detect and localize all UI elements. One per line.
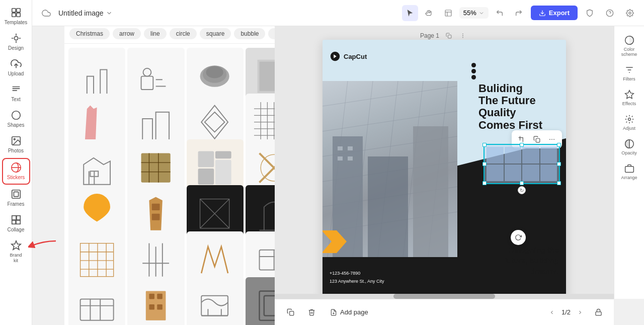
zoom-control[interactable]: 55% bbox=[459, 7, 489, 19]
sidebar-item-collage[interactable]: Collage bbox=[2, 211, 30, 236]
svg-marker-15 bbox=[11, 241, 20, 250]
sidebar: Templates Design Upload Text Shapes Phot… bbox=[0, 0, 32, 325]
settings-button[interactable] bbox=[622, 5, 638, 21]
svg-point-21 bbox=[143, 68, 151, 76]
capcut-logo: CapCut bbox=[330, 51, 367, 62]
handle-bl[interactable] bbox=[482, 181, 487, 185]
handle-tl[interactable] bbox=[482, 143, 487, 147]
capcut-text: CapCut bbox=[344, 53, 367, 60]
document-title[interactable]: Untitled image bbox=[58, 9, 113, 17]
handle-bm[interactable] bbox=[520, 181, 524, 185]
hand-icon bbox=[425, 9, 433, 17]
sidebar-item-brand[interactable]: Brandkit bbox=[2, 237, 30, 267]
svg-rect-1 bbox=[16, 9, 20, 12]
svg-rect-3 bbox=[16, 13, 20, 17]
handle-tm[interactable] bbox=[520, 143, 524, 147]
lock-button[interactable] bbox=[591, 305, 606, 320]
filter-tag-circle[interactable]: circle bbox=[170, 28, 197, 39]
handle-ml[interactable] bbox=[482, 162, 487, 166]
svg-rect-113 bbox=[338, 146, 343, 150]
prev-page-button[interactable] bbox=[545, 306, 558, 319]
svg-rect-116 bbox=[348, 156, 353, 160]
bottom-delete-button[interactable] bbox=[304, 305, 319, 320]
sidebar-item-upload[interactable]: Upload bbox=[2, 55, 30, 80]
svg-rect-50 bbox=[215, 160, 231, 185]
chevron-down-icon bbox=[478, 10, 485, 16]
svg-rect-19 bbox=[100, 69, 107, 95]
svg-rect-47 bbox=[198, 151, 214, 168]
svg-rect-72 bbox=[80, 299, 114, 320]
canvas-contact: +123-456-7890 123 Anywhere St., Any City bbox=[330, 270, 384, 285]
right-panel-effects[interactable]: Effects bbox=[616, 87, 643, 109]
sidebar-item-text[interactable]: Text bbox=[2, 81, 30, 106]
sidebar-item-design[interactable]: Design bbox=[2, 30, 30, 54]
scrollbar-thumb[interactable] bbox=[393, 294, 495, 299]
svg-rect-10 bbox=[14, 192, 18, 196]
sidebar-item-templates[interactable]: Templates bbox=[2, 4, 30, 29]
redo-button[interactable] bbox=[511, 5, 527, 21]
redo-icon bbox=[515, 9, 523, 17]
svg-rect-18 bbox=[87, 76, 94, 95]
handle-mr[interactable] bbox=[557, 162, 561, 166]
handle-tr[interactable] bbox=[557, 143, 561, 147]
shield-button[interactable] bbox=[582, 5, 598, 21]
topbar: Untitled image 55% bbox=[32, 0, 644, 26]
next-page-button[interactable] bbox=[574, 306, 587, 319]
sidebar-item-shapes[interactable]: Shapes bbox=[2, 107, 30, 131]
svg-rect-76 bbox=[146, 291, 166, 320]
add-page-button[interactable]: Add page bbox=[325, 306, 373, 318]
filter-tag-line[interactable]: line bbox=[144, 28, 167, 39]
handle-br[interactable] bbox=[557, 181, 561, 185]
bottom-copy-button[interactable] bbox=[283, 305, 298, 320]
layout-button[interactable] bbox=[440, 5, 456, 21]
sidebar-item-frames[interactable]: Frames bbox=[2, 186, 30, 210]
asset-item-21[interactable] bbox=[68, 277, 125, 325]
filter-tag-arrow[interactable]: arrow bbox=[113, 28, 141, 39]
right-panel-adjust[interactable]: Adjust bbox=[616, 111, 643, 134]
canvas-bottom-text: Designing the future, building dreams. bbox=[504, 245, 559, 276]
pointer-icon bbox=[406, 9, 414, 17]
selected-element[interactable]: ↻ bbox=[484, 144, 560, 184]
page-nav: 1/2 bbox=[545, 306, 587, 319]
filter-tag-square[interactable]: square bbox=[200, 28, 231, 39]
bottom-bar: Add page 1/2 bbox=[275, 299, 614, 325]
svg-line-99 bbox=[323, 86, 457, 106]
right-panel-color-scheme[interactable]: Color scheme bbox=[616, 32, 643, 60]
svg-rect-11 bbox=[12, 216, 16, 220]
topbar-left: Untitled image bbox=[38, 5, 398, 21]
sidebar-item-stickers[interactable]: Stickers bbox=[2, 158, 30, 185]
sidebar-item-photos[interactable]: Photos bbox=[2, 132, 30, 157]
cloud-save-button[interactable] bbox=[38, 5, 54, 21]
svg-rect-42 bbox=[141, 153, 171, 183]
canvas-area: Page 1 bbox=[275, 26, 614, 299]
svg-rect-132 bbox=[625, 167, 633, 173]
asset-item-22[interactable] bbox=[127, 277, 184, 325]
svg-rect-28 bbox=[156, 112, 169, 141]
canvas-scrollbar[interactable] bbox=[275, 294, 614, 299]
canvas-wrapper[interactable]: CapCut Buliding The Future Quality Comes… bbox=[323, 40, 566, 299]
ellipsis-h-icon bbox=[548, 136, 555, 143]
svg-rect-112 bbox=[413, 126, 448, 257]
filter-tag-christmas[interactable]: Christmas bbox=[69, 28, 110, 39]
right-panel-opacity[interactable]: Opacity bbox=[616, 136, 643, 158]
asset-grid bbox=[64, 44, 306, 325]
topbar-center: 55% bbox=[402, 5, 527, 21]
undo-button[interactable] bbox=[492, 5, 508, 21]
svg-rect-124 bbox=[595, 312, 601, 315]
svg-rect-80 bbox=[157, 304, 163, 310]
svg-point-96 bbox=[463, 36, 463, 36]
shield-icon bbox=[586, 9, 594, 17]
help-button[interactable] bbox=[602, 5, 618, 21]
asset-item-23[interactable] bbox=[187, 277, 244, 325]
filter-tag-bubble[interactable]: bubble bbox=[234, 28, 265, 39]
export-button[interactable]: Export bbox=[531, 6, 578, 20]
right-panel-arrange[interactable]: Arrange bbox=[616, 160, 643, 183]
rotation-icon-button[interactable] bbox=[511, 230, 526, 245]
right-panel-filters[interactable]: Filters bbox=[616, 62, 643, 85]
rotate-handle[interactable]: ↻ bbox=[518, 186, 526, 194]
svg-rect-27 bbox=[142, 119, 152, 141]
hand-tool-button[interactable] bbox=[421, 5, 437, 21]
svg-rect-111 bbox=[368, 156, 408, 257]
pointer-tool-button[interactable] bbox=[402, 5, 418, 21]
canvas-title-area: Buliding The Future Quality Comes First bbox=[467, 63, 563, 131]
